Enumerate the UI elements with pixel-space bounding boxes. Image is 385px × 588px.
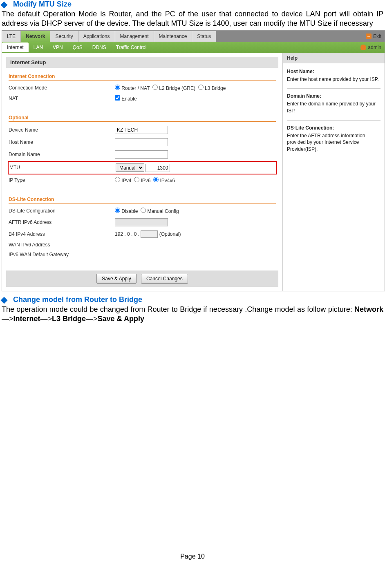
legend-optional: Optional bbox=[9, 115, 276, 122]
label-dslite-config: DS-Lite Configuration bbox=[9, 208, 115, 214]
button-bar: Save & Apply Cancel Changes bbox=[6, 271, 278, 287]
bullet-diamond-icon bbox=[1, 2, 8, 9]
subtab-traffic-control[interactable]: Traffic Control bbox=[111, 42, 152, 52]
input-host-name[interactable] bbox=[115, 138, 168, 146]
b4-optional: (Optional) bbox=[159, 231, 181, 237]
radio-ipv4v6[interactable]: IPv4v6 bbox=[153, 178, 175, 183]
legend-dslite: DS-Lite Connection bbox=[9, 197, 276, 203]
label-domain-name: Domain Name bbox=[9, 152, 115, 157]
tab-status[interactable]: Status bbox=[192, 31, 216, 42]
label-aftr: AFTR IPv6 Address bbox=[9, 219, 115, 225]
help-host-name-title: Host Name: bbox=[287, 68, 381, 75]
subtab-ddns[interactable]: DDNS bbox=[87, 42, 111, 52]
admin-label: admin bbox=[368, 45, 381, 50]
tab-maintenance[interactable]: Maintenance bbox=[154, 31, 192, 42]
fieldset-internet-connection: Internet Connection Connection Mode Rout… bbox=[9, 74, 276, 106]
subtab-vpn[interactable]: VPN bbox=[48, 42, 68, 52]
page-number: Page 10 bbox=[2, 553, 383, 560]
legend-internet-connection: Internet Connection bbox=[9, 74, 276, 80]
radio-l3-bridge[interactable]: L3 Bridge bbox=[198, 85, 226, 91]
fieldset-dslite: DS-Lite Connection DS-Lite Configuration… bbox=[9, 197, 276, 262]
radio-dslite-disable[interactable]: Disable bbox=[115, 208, 138, 214]
bullet-diamond-icon bbox=[1, 297, 8, 304]
subtab-lan[interactable]: LAN bbox=[29, 42, 48, 52]
heading-modify-mtu: Modify MTU Size bbox=[13, 0, 72, 8]
subtab-internet[interactable]: Internet bbox=[2, 42, 29, 52]
fieldset-optional: Optional Device Name Host Name Domain Na… bbox=[9, 115, 276, 188]
sub-tab-bar: Internet LAN VPN QoS DDNS Traffic Contro… bbox=[2, 42, 385, 53]
checkbox-nat-enable[interactable]: Enable bbox=[115, 96, 137, 102]
exit-label: Exit bbox=[373, 34, 381, 39]
exit-button[interactable]: ← Exit bbox=[366, 34, 381, 39]
save-apply-button[interactable]: Save & Apply bbox=[96, 274, 136, 284]
main-panel: Internet Setup Internet Connection Conne… bbox=[2, 53, 282, 291]
tab-security[interactable]: Security bbox=[50, 31, 78, 42]
radio-router-nat[interactable]: Router / NAT bbox=[115, 85, 150, 91]
cancel-changes-button[interactable]: Cancel Changes bbox=[141, 274, 188, 284]
help-panel: Help Host Name: Enter the host name prov… bbox=[282, 53, 385, 291]
radio-ipv6[interactable]: IPv6 bbox=[134, 178, 150, 183]
help-title: Help bbox=[283, 53, 385, 63]
help-domain-name-title: Domain Name: bbox=[287, 93, 381, 100]
help-host-name-desc: Enter the host name provided by your ISP… bbox=[287, 76, 379, 82]
paragraph-change-model: The operation mode could be changed from… bbox=[2, 305, 383, 324]
label-host-name: Host Name bbox=[9, 139, 115, 145]
help-dslite-title: DS-Lite Connection: bbox=[287, 125, 381, 132]
label-ip-type: IP Type bbox=[9, 177, 115, 183]
input-mtu-value[interactable] bbox=[145, 164, 170, 172]
tab-management[interactable]: Management bbox=[115, 31, 154, 42]
subtab-qos[interactable]: QoS bbox=[68, 42, 87, 52]
label-mtu: MTU bbox=[9, 165, 116, 170]
radio-dslite-manual[interactable]: Manual Config bbox=[141, 208, 179, 214]
label-b4: B4 IPv4 Address bbox=[9, 231, 115, 237]
heading-change-model: Change model from Router to Bridge bbox=[13, 295, 142, 304]
label-nat: NAT bbox=[9, 96, 115, 101]
label-device-name: Device Name bbox=[9, 127, 115, 133]
router-ui-screenshot: LTE Network Security Applications Manage… bbox=[2, 30, 385, 291]
help-dslite-desc: Enter the AFTR address information provi… bbox=[287, 133, 365, 152]
select-mtu-mode[interactable]: Manual bbox=[116, 163, 144, 172]
input-b4-octet[interactable] bbox=[141, 230, 158, 238]
radio-l2-bridge[interactable]: L2 Bridge (GRE) bbox=[152, 85, 195, 91]
label-ipv6-gateway: IPv6 WAN Default Gateway bbox=[9, 252, 115, 257]
exit-icon: ← bbox=[366, 34, 372, 39]
input-aftr bbox=[115, 218, 168, 226]
help-domain-name-desc: Enter the domain name provided by your I… bbox=[287, 101, 376, 114]
tab-lte[interactable]: LTE bbox=[2, 31, 21, 42]
paragraph-mtu: The default Operation Mode is Router, an… bbox=[2, 9, 383, 29]
b4-prefix: 192 . 0 . 0 . bbox=[115, 231, 139, 237]
label-wan-ipv6: WAN IPv6 Address bbox=[9, 242, 115, 248]
radio-ipv4[interactable]: IPv4 bbox=[115, 178, 131, 183]
input-domain-name[interactable] bbox=[115, 150, 168, 159]
label-connection-mode: Connection Mode bbox=[9, 85, 115, 91]
admin-badge: admin bbox=[360, 45, 381, 50]
input-device-name[interactable] bbox=[115, 126, 168, 134]
user-icon bbox=[360, 45, 366, 50]
tab-applications[interactable]: Applications bbox=[78, 31, 115, 42]
top-tab-bar: LTE Network Security Applications Manage… bbox=[2, 31, 385, 42]
tab-network[interactable]: Network bbox=[21, 31, 50, 42]
section-title: Internet Setup bbox=[6, 57, 278, 68]
